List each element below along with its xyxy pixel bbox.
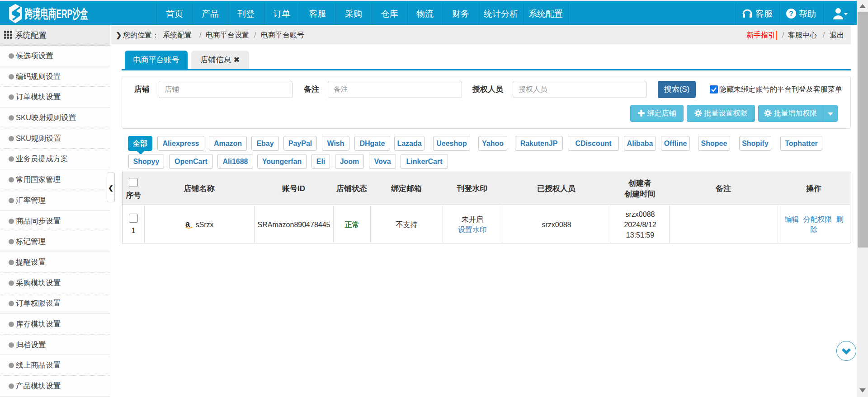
- svg-text:?: ?: [789, 10, 793, 18]
